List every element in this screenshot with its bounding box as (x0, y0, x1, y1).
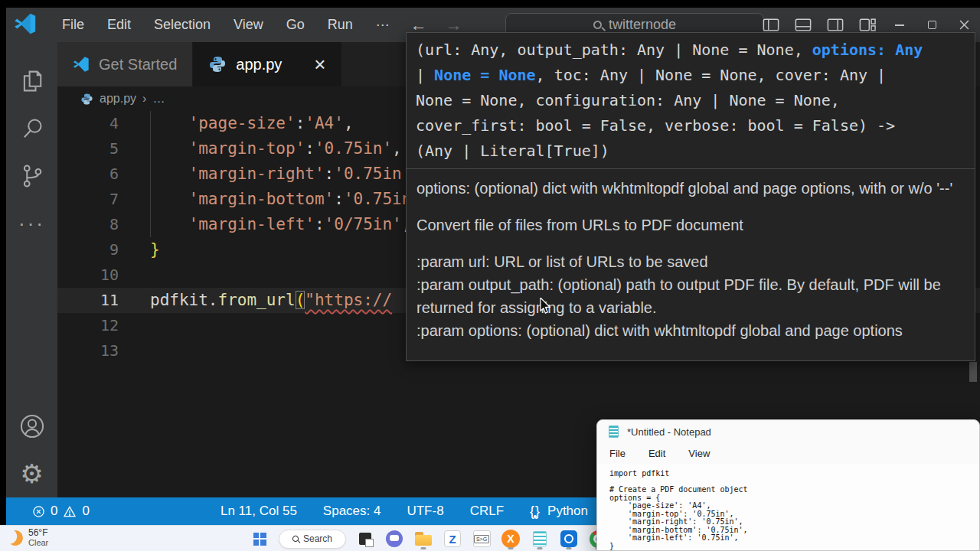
tab-label: Get Started (99, 56, 177, 73)
account-icon[interactable] (6, 403, 57, 450)
status-right-group: Ln 11, Col 55 Spaces: 4 UTF-8 CRLF {} Py… (220, 504, 588, 520)
signature-line-1: | None = None, toc: Any | None = None, c… (416, 63, 965, 88)
weather-temp: 56°F (28, 528, 48, 538)
line-number: 9 (57, 237, 119, 262)
blue-app-icon (560, 530, 577, 547)
doc-paragraph-4: :param options: (optional) dict with wkh… (416, 319, 965, 342)
toggle-sidebar-icon[interactable] (763, 18, 779, 32)
line-number: 12 (57, 313, 119, 338)
file-explorer-button[interactable] (413, 527, 433, 550)
menu-item-3[interactable]: View (222, 17, 275, 33)
doc-paragraph-3: :param output_path: (optional) path to o… (416, 273, 965, 319)
code-text: 'margin-top':'0.75in', (150, 136, 402, 161)
screen-share-button[interactable]: S>G (472, 527, 492, 550)
code-text: } (150, 237, 160, 262)
breadcrumb-more: … (152, 92, 165, 106)
mouse-cursor (539, 298, 551, 318)
status-spaces[interactable]: Spaces: 4 (323, 504, 381, 519)
breadcrumb-file: app.py (100, 92, 136, 106)
notepad-icon (609, 425, 619, 438)
tab-app-py[interactable]: app.py × (193, 42, 341, 86)
weather-condition: Clear (28, 538, 48, 548)
line-number: 5 (57, 136, 119, 161)
status-eol[interactable]: CRLF (470, 504, 504, 519)
notepad-icon (533, 531, 547, 546)
chat-icon (386, 530, 403, 547)
status-encoding[interactable]: UTF-8 (407, 504, 443, 519)
hover-tooltip: (url: Any, output_path: Any | None = Non… (406, 32, 975, 361)
zoomit-button[interactable]: Z (443, 527, 462, 550)
tooltip-docs: options: (optional) dict with wkhtmltopd… (407, 169, 975, 342)
editor-scrollbar-thumb[interactable] (969, 362, 977, 382)
notepad-menu-2[interactable]: View (688, 448, 710, 459)
moon-icon (6, 529, 24, 547)
customize-layout-icon[interactable] (859, 18, 876, 32)
line-number: 4 (57, 111, 119, 136)
tooltip-signature: (url: Any, output_path: Any | None = Non… (407, 33, 975, 169)
xampp-button[interactable]: X (501, 527, 521, 550)
vscode-logo-icon (73, 56, 90, 73)
explorer-icon[interactable] (6, 57, 57, 105)
more-views-icon[interactable]: ··· (6, 200, 57, 247)
task-view-button[interactable] (355, 527, 375, 550)
notepad-menubar: FileEditView (597, 443, 979, 464)
search-sidebar-icon[interactable] (6, 105, 57, 152)
signature-line-0: (url: Any, output_path: Any | None = Non… (416, 37, 965, 63)
notepad-title: *Untitled - Notepad (627, 426, 711, 438)
search-icon (291, 534, 299, 543)
vscode-logo-icon (14, 12, 37, 38)
line-number: 7 (57, 187, 119, 212)
doc-paragraph-1: Convert file of files from URLs to PDF d… (416, 214, 965, 236)
z-icon: Z (444, 530, 461, 547)
doc-paragraph-2: :param url: URL or list of URLs to be sa… (416, 250, 965, 273)
app-blue-button[interactable] (559, 527, 579, 550)
code-text: 'page-size':'A4', (150, 111, 354, 136)
code-text: 'margin-left':'0/75in', (150, 212, 411, 237)
tab-get-started[interactable]: Get Started (57, 42, 193, 86)
status-line-col[interactable]: Ln 11, Col 55 (220, 504, 297, 519)
python-icon (80, 93, 93, 106)
notepad-button[interactable] (530, 527, 550, 550)
notepad-menu-1[interactable]: Edit (648, 448, 665, 459)
weather-widget[interactable]: 56°F Clear (8, 528, 48, 548)
warning-count: 0 (82, 504, 89, 519)
activity-bar: ··· ⚙ (6, 42, 57, 497)
toggle-secondary-sidebar-icon[interactable] (827, 18, 844, 32)
status-language[interactable]: {} Python (530, 504, 588, 520)
code-text: 'margin-right':'0.75in', (150, 161, 421, 187)
tab-label: app.py (236, 56, 282, 73)
line-number: 13 (57, 338, 119, 364)
line-number: 8 (57, 212, 119, 237)
line-number: 11 (57, 288, 119, 313)
windows-logo-icon (253, 533, 266, 546)
start-button[interactable] (250, 527, 270, 550)
signature-line-4: (Any | Literal[True]) (416, 139, 965, 164)
menu-bar: FileEditSelectionViewGoRun··· (51, 17, 401, 33)
tab-close-icon[interactable]: × (314, 57, 325, 72)
taskbar-search[interactable]: Search (279, 530, 346, 549)
monitor-icon: S>G (473, 530, 491, 547)
doc-paragraph-0: options: (optional) dict with wkhtmltopd… (416, 177, 965, 200)
status-problems[interactable]: 0 0 (32, 504, 90, 519)
settings-gear-icon[interactable]: ⚙ (6, 450, 57, 497)
task-view-icon (359, 533, 371, 545)
toggle-panel-icon[interactable] (795, 18, 812, 32)
notepad-content[interactable]: import pdfkit # Create a PDF document ob… (597, 464, 979, 551)
notepad-titlebar[interactable]: *Untitled - Notepad (597, 420, 979, 443)
menu-item-1[interactable]: Edit (96, 17, 142, 33)
python-icon (208, 55, 227, 73)
menu-item-4[interactable]: Go (275, 17, 316, 33)
notepad-window[interactable]: *Untitled - Notepad FileEditView import … (596, 419, 980, 551)
folder-icon (415, 532, 432, 546)
signature-line-3: cover_first: bool = False, verbose: bool… (416, 113, 965, 139)
menu-item-0[interactable]: File (51, 17, 96, 33)
chat-button[interactable] (384, 527, 404, 550)
line-number: 10 (57, 262, 119, 288)
notepad-menu-0[interactable]: File (609, 448, 626, 459)
menu-item-5[interactable]: Run (316, 17, 364, 33)
search-label: Search (303, 533, 332, 544)
source-control-icon[interactable] (6, 152, 57, 200)
menu-item-6[interactable]: ··· (364, 17, 401, 33)
menu-item-2[interactable]: Selection (142, 17, 222, 33)
python-braces-icon: {} (530, 504, 541, 520)
